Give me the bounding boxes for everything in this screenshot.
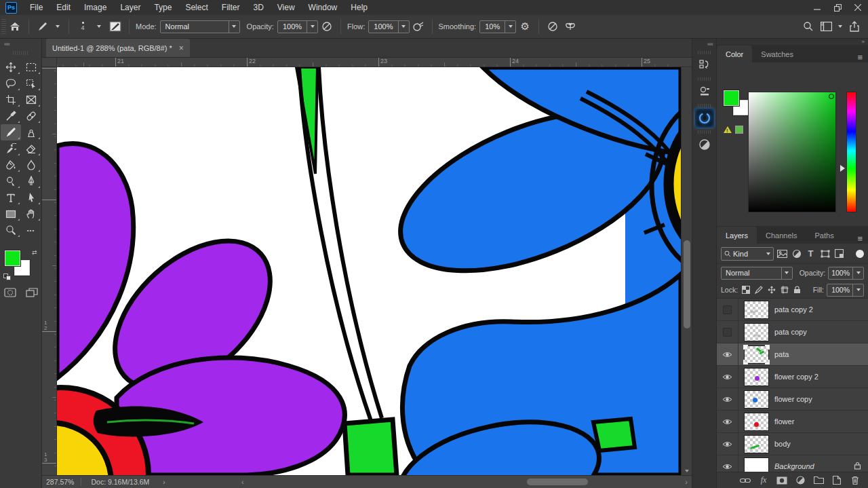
lasso-tool[interactable] xyxy=(1,75,21,92)
layer-fill-select[interactable]: 100% xyxy=(827,284,864,297)
hue-slider[interactable] xyxy=(846,92,856,212)
gamut-warning-icon[interactable] xyxy=(724,126,732,133)
brush-tool[interactable] xyxy=(1,124,21,140)
layer-row-body[interactable]: body xyxy=(717,433,868,455)
flow-select[interactable]: 100% xyxy=(368,20,409,33)
scroll-right-icon[interactable]: › xyxy=(685,478,688,486)
quick-mask-mode-icon[interactable] xyxy=(4,287,16,298)
hue-slider-arrow[interactable] xyxy=(840,165,845,172)
lock-all-icon[interactable] xyxy=(792,284,802,295)
size-pressure-icon[interactable] xyxy=(545,18,561,35)
visibility-toggle[interactable] xyxy=(717,433,738,455)
filter-smart-objects-icon[interactable] xyxy=(833,248,845,260)
filter-adjustment-layers-icon[interactable] xyxy=(791,248,802,260)
dodge-tool[interactable] xyxy=(1,173,21,189)
rectangle-shape-tool[interactable] xyxy=(1,206,21,222)
type-tool[interactable] xyxy=(1,189,21,206)
lock-image-pixels-icon[interactable] xyxy=(753,284,764,295)
swap-colors-icon[interactable]: ⇄ xyxy=(32,249,37,256)
history-brush-tool[interactable] xyxy=(1,140,21,157)
filter-pixel-layers-icon[interactable] xyxy=(776,248,788,260)
eyedropper-tool[interactable] xyxy=(1,108,21,124)
restore-button[interactable] xyxy=(827,0,848,15)
canvas[interactable] xyxy=(57,67,681,475)
horizontal-ruler[interactable]: 21 22 23 24 25 xyxy=(57,58,681,67)
adjustment-layer-icon[interactable] xyxy=(794,474,806,487)
menu-3d[interactable]: 3D xyxy=(246,0,270,15)
screen-mode-icon[interactable] xyxy=(26,287,38,298)
tab-color[interactable]: Color xyxy=(717,45,752,62)
layers-panel-menu-icon[interactable]: ≡ xyxy=(852,233,868,244)
layer-thumbnail[interactable] xyxy=(744,323,769,341)
vertical-scrollbar[interactable] xyxy=(681,67,692,475)
menu-image[interactable]: Image xyxy=(77,0,113,15)
move-tool[interactable] xyxy=(1,59,21,75)
smoothing-select[interactable]: 10% xyxy=(479,20,516,33)
libraries-panel-icon[interactable] xyxy=(695,82,714,101)
spot-healing-brush-tool[interactable] xyxy=(21,108,41,124)
workspace-chevron-icon[interactable] xyxy=(838,25,842,28)
link-layers-icon[interactable] xyxy=(739,474,751,487)
workspace-switcher-icon[interactable] xyxy=(818,18,834,35)
vertical-ruler[interactable]: 1 2 1 3 xyxy=(42,67,57,475)
lock-artboard-icon[interactable] xyxy=(779,284,789,295)
new-layer-icon[interactable] xyxy=(831,474,843,487)
layer-opacity-select[interactable]: 100% xyxy=(828,267,864,280)
search-icon[interactable] xyxy=(800,18,816,35)
layer-thumbnail-selected[interactable] xyxy=(744,345,769,364)
add-layer-mask-icon[interactable] xyxy=(776,474,788,487)
menu-window[interactable]: Window xyxy=(302,0,344,15)
filter-type-layers-icon[interactable]: T xyxy=(805,248,816,260)
share-icon[interactable] xyxy=(846,18,863,35)
airbrush-icon[interactable] xyxy=(410,18,427,35)
layer-name[interactable]: pata copy xyxy=(774,328,807,336)
frame-tool[interactable] xyxy=(21,92,41,108)
crop-tool[interactable] xyxy=(1,92,21,108)
color-panel-menu-icon[interactable]: ≡ xyxy=(852,52,868,62)
brush-preset-chevron-icon[interactable] xyxy=(56,25,60,28)
menu-view[interactable]: View xyxy=(271,0,302,15)
menu-help[interactable]: Help xyxy=(344,0,374,15)
paint-bucket-tool[interactable] xyxy=(1,157,21,173)
default-colors-icon[interactable] xyxy=(3,274,12,280)
layer-name[interactable]: Background xyxy=(774,462,814,470)
layer-row-flower-copy[interactable]: flower copy xyxy=(717,388,868,411)
home-icon[interactable] xyxy=(7,18,23,35)
tab-paths[interactable]: Paths xyxy=(806,227,843,244)
layer-row-flower-copy-2[interactable]: flower copy 2 xyxy=(717,366,868,388)
visibility-toggle[interactable] xyxy=(717,321,738,343)
layer-thumbnail[interactable] xyxy=(744,368,769,386)
layer-name[interactable]: flower xyxy=(774,417,794,426)
layer-row-pata-copy-2[interactable]: pata copy 2 xyxy=(717,299,868,321)
layer-thumbnail[interactable] xyxy=(744,435,769,453)
minimize-button[interactable] xyxy=(807,0,827,15)
visibility-toggle[interactable] xyxy=(717,455,738,472)
lock-transparent-pixels-icon[interactable] xyxy=(741,284,751,295)
smoothing-options-gear-icon[interactable]: ⚙ xyxy=(517,18,533,35)
layer-row-pata[interactable]: pata xyxy=(717,343,868,366)
foreground-color-swatch[interactable] xyxy=(724,90,739,106)
brush-settings-panel-icon[interactable] xyxy=(107,18,123,35)
active-plugin-panel-icon[interactable] xyxy=(695,109,714,128)
dock-collapse-icon[interactable]: «« xyxy=(704,39,716,48)
hand-tool[interactable] xyxy=(21,206,41,222)
close-button[interactable] xyxy=(848,0,868,15)
toolbar-collapse-icon[interactable]: «« xyxy=(0,39,14,50)
layer-row-pata-copy[interactable]: pata copy xyxy=(717,321,868,343)
pen-tool[interactable] xyxy=(21,173,41,189)
new-group-folder-icon[interactable] xyxy=(812,474,825,487)
lock-position-icon[interactable] xyxy=(766,284,776,295)
path-selection-tool[interactable] xyxy=(21,189,41,206)
horizontal-scrollbar[interactable]: ‹ › xyxy=(239,477,688,487)
layer-name[interactable]: body xyxy=(774,440,791,448)
blur-tool[interactable] xyxy=(21,157,41,173)
ruler-corner[interactable] xyxy=(42,58,57,67)
status-expand-icon[interactable]: › xyxy=(159,478,169,486)
layer-name[interactable]: flower copy xyxy=(774,395,812,403)
layer-name[interactable]: flower copy 2 xyxy=(774,373,818,381)
brush-size-chevron-icon[interactable] xyxy=(97,25,101,28)
vertical-scrollbar-thumb[interactable] xyxy=(684,240,690,329)
layer-filter-kind-select[interactable]: Kind xyxy=(721,247,774,261)
zoom-tool[interactable] xyxy=(1,222,21,238)
layer-thumbnail[interactable] xyxy=(744,390,769,409)
